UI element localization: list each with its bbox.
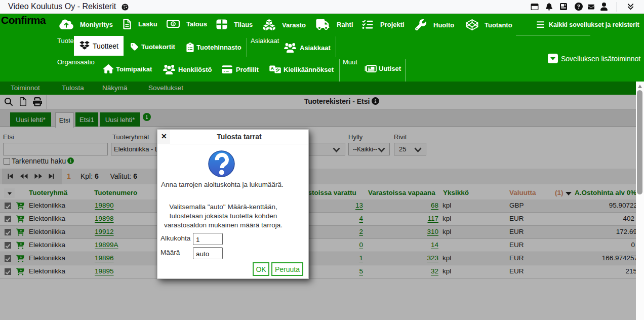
svg-text:A: A <box>271 66 274 71</box>
